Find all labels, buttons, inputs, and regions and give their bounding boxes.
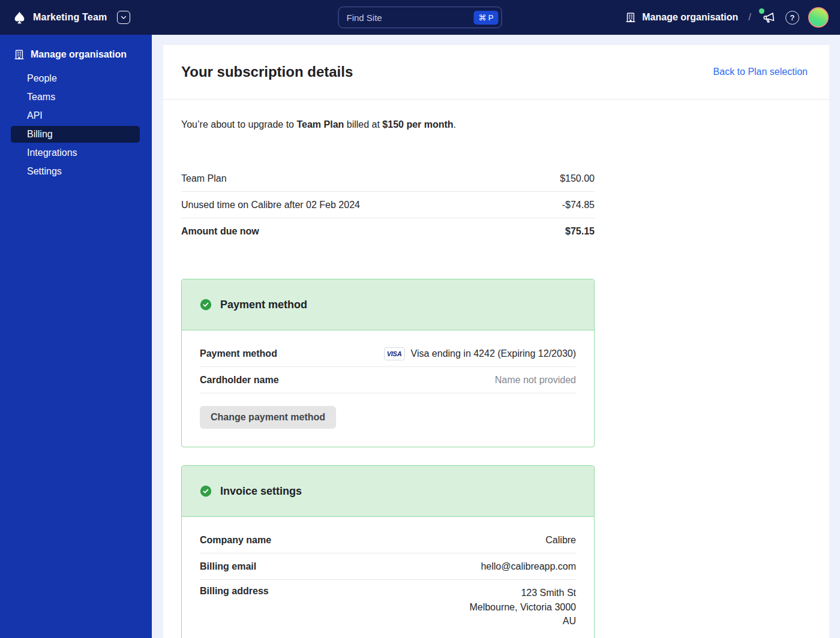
- team-switcher-button[interactable]: [117, 11, 130, 24]
- payment-card-title: Payment method: [220, 299, 307, 311]
- intro-plan-name: Team Plan: [296, 119, 344, 130]
- row-label: Unused time on Calibre after 02 Feb 2024: [181, 200, 360, 210]
- intro-suffix: .: [454, 119, 456, 130]
- manage-organisation-label: Manage organisation: [642, 12, 738, 23]
- table-row: Unused time on Calibre after 02 Feb 2024…: [181, 192, 595, 218]
- payment-card-header: Payment method: [182, 279, 594, 330]
- billing-email-row: Billing email hello@calibreapp.com: [200, 553, 576, 580]
- help-button[interactable]: ?: [785, 11, 799, 25]
- invoice-settings-card: Invoice settings Company name Calibre Bi…: [181, 465, 595, 638]
- intro-price: $150 per month: [382, 119, 453, 130]
- sidebar-nav: People Teams API Billing Integrations Se…: [0, 70, 152, 180]
- sidebar-item-people[interactable]: People: [11, 70, 140, 87]
- topbar-separator: /: [748, 11, 751, 23]
- invoice-card-body: Company name Calibre Billing email hello…: [182, 517, 594, 638]
- building-icon: [13, 49, 25, 61]
- sidebar-item-settings[interactable]: Settings: [11, 163, 140, 180]
- row-value: $75.15: [565, 226, 595, 237]
- charge-summary-table: Team Plan $150.00 Unused time on Calibre…: [181, 165, 595, 245]
- address-line: Melbourne, Victoria 3000: [469, 600, 576, 615]
- row-value: Calibre: [545, 535, 576, 546]
- chevron-down-icon: [120, 14, 127, 21]
- team-switcher-group: Marketing Team: [0, 11, 130, 25]
- table-row: Team Plan $150.00: [181, 165, 595, 192]
- subscription-panel: Your subscription details Back to Plan s…: [163, 45, 829, 638]
- topbar-right-group: Manage organisation / ?: [625, 7, 840, 28]
- table-row-amount-due: Amount due now $75.15: [181, 218, 595, 245]
- row-value: VISA Visa ending in 4242 (Expiring 12/20…: [384, 347, 576, 360]
- payment-method-row: Payment method VISA Visa ending in 4242 …: [200, 341, 576, 367]
- change-payment-method-button[interactable]: Change payment method: [200, 406, 336, 429]
- address-line: AU: [469, 614, 576, 628]
- row-label: Team Plan: [181, 173, 227, 184]
- intro-prefix: You’re about to upgrade to: [181, 119, 296, 130]
- billing-address-value: 123 Smith St Melbourne, Victoria 3000 AU: [469, 586, 576, 628]
- row-label: Billing address: [200, 586, 269, 597]
- sidebar-item-billing[interactable]: Billing: [11, 126, 140, 143]
- upgrade-summary-text: You’re about to upgrade to Team Plan bil…: [181, 119, 829, 130]
- visa-card-icon: VISA: [384, 347, 405, 360]
- invoice-card-header: Invoice settings: [182, 466, 594, 517]
- row-label: Billing email: [200, 561, 256, 572]
- row-label: Cardholder name: [200, 375, 279, 386]
- billing-address-row: Billing address 123 Smith St Melbourne, …: [200, 580, 576, 636]
- sidebar-header: Manage organisation: [0, 35, 152, 61]
- sidebar-header-label: Manage organisation: [31, 49, 127, 60]
- check-circle-icon: [200, 299, 212, 311]
- row-label: Amount due now: [181, 226, 259, 237]
- row-value: -$74.85: [562, 200, 595, 210]
- payment-card-body: Payment method VISA Visa ending in 4242 …: [182, 330, 594, 447]
- building-icon: [625, 11, 637, 23]
- card-details-text: Visa ending in 4242 (Expiring 12/2030): [411, 348, 576, 359]
- announcements-button[interactable]: [761, 10, 776, 25]
- cardholder-name-row: Cardholder name Name not provided: [200, 367, 576, 393]
- sidebar-item-teams[interactable]: Teams: [11, 89, 140, 106]
- intro-middle: billed at: [344, 119, 382, 130]
- row-label: Payment method: [200, 348, 277, 359]
- top-bar: Marketing Team ⌘ P Manage organisation /: [0, 0, 840, 35]
- panel-body: You’re about to upgrade to Team Plan bil…: [163, 100, 829, 638]
- calibre-spade-logo-icon[interactable]: [13, 11, 26, 25]
- row-value: hello@calibreapp.com: [481, 561, 576, 572]
- panel-header: Your subscription details Back to Plan s…: [163, 45, 829, 100]
- megaphone-icon: [761, 9, 777, 25]
- company-name-row: Company name Calibre: [200, 527, 576, 553]
- row-value: $150.00: [560, 173, 595, 184]
- row-value: Name not provided: [495, 375, 576, 386]
- sidebar-item-api[interactable]: API: [11, 107, 140, 124]
- sidebar: Manage organisation People Teams API Bil…: [0, 35, 152, 638]
- search-input[interactable]: [347, 13, 474, 23]
- help-icon: ?: [785, 11, 799, 25]
- keyboard-shortcut-badge: ⌘ P: [473, 11, 498, 25]
- team-name: Marketing Team: [33, 12, 107, 23]
- sidebar-item-integrations[interactable]: Integrations: [11, 145, 140, 161]
- row-label: Company name: [200, 535, 271, 546]
- user-avatar[interactable]: [808, 7, 829, 28]
- payment-method-card: Payment method Payment method VISA Visa …: [181, 279, 595, 447]
- back-to-plan-selection-link[interactable]: Back to Plan selection: [713, 67, 808, 77]
- address-line: 123 Smith St: [469, 586, 576, 600]
- find-site-search[interactable]: ⌘ P: [338, 7, 502, 28]
- page-title: Your subscription details: [181, 64, 353, 80]
- invoice-card-title: Invoice settings: [220, 485, 302, 498]
- check-circle-icon: [200, 485, 212, 497]
- manage-organisation-link[interactable]: Manage organisation: [625, 11, 738, 23]
